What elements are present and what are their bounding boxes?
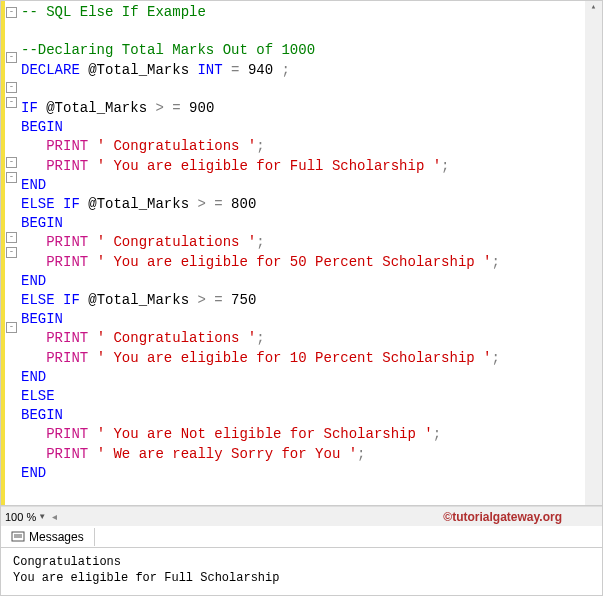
keyword: DECLARE [21,62,80,78]
string: ' Congratulations ' [97,330,257,346]
keyword: BEGIN [21,311,63,327]
function: PRINT [46,446,88,462]
tab-label: Messages [29,530,84,544]
punct: ; [256,138,264,154]
keyword: BEGIN [21,119,63,135]
comment-line: -- SQL Else If Example [21,4,206,20]
operator: > = [197,196,222,212]
code-editor[interactable]: ▴ - - - - - - - - - - - - - - - - - - - … [1,1,602,506]
punct: ; [357,446,365,462]
fold-gutter[interactable]: - - - - - - - - - - - - - - - - - - - - … [5,1,19,505]
output-line: You are eligible for Full Scholarship [13,570,590,586]
punct: ; [256,234,264,250]
keyword: BEGIN [21,407,63,423]
punct: ; [441,158,449,174]
punct: ; [256,330,264,346]
string: ' You are Not eligible for Scholarship ' [97,426,433,442]
punct: ; [492,350,500,366]
zoom-dropdown[interactable]: 100 % ▼ [5,511,46,523]
code-content[interactable]: -- SQL Else If Example --Declaring Total… [19,1,500,505]
nav-left-icon[interactable]: ◂ [52,511,57,522]
punct: ; [492,254,500,270]
function: PRINT [46,158,88,174]
string: ' Congratulations ' [97,234,257,250]
messages-output[interactable]: Congratulations You are eligible for Ful… [1,548,602,592]
output-line: Congratulations [13,554,590,570]
variable: @Total_Marks [88,292,189,308]
string: ' We are really Sorry for You ' [97,446,357,462]
keyword: ELSE [21,388,55,404]
number: 900 [189,100,214,116]
number: 800 [231,196,256,212]
chevron-down-icon: ▼ [38,512,46,521]
keyword: ELSE [21,292,55,308]
fold-toggle[interactable]: - [6,157,17,168]
string: ' You are eligible for Full Scholarship … [97,158,441,174]
keyword: END [21,273,46,289]
variable: @Total_Marks [88,196,189,212]
fold-toggle[interactable]: - [6,52,17,63]
messages-icon [11,530,25,544]
function: PRINT [46,138,88,154]
results-tabs: Messages [1,526,602,548]
variable: @Total_Marks [88,62,189,78]
vertical-scrollbar[interactable]: ▴ [585,1,602,505]
function: PRINT [46,426,88,442]
variable: @Total_Marks [46,100,147,116]
number: 940 [248,62,273,78]
punct: ; [433,426,441,442]
keyword: IF [63,196,80,212]
messages-panel: Messages Congratulations You are eligibl… [1,526,602,596]
operator: > = [197,292,222,308]
string: ' You are eligible for 10 Percent Schola… [97,350,492,366]
function: PRINT [46,330,88,346]
string: ' Congratulations ' [97,138,257,154]
fold-toggle[interactable]: - [6,247,17,258]
zoom-level: 100 % [5,511,36,523]
tab-messages[interactable]: Messages [1,528,95,546]
keyword: IF [63,292,80,308]
watermark-text: ©tutorialgateway.org [443,510,562,524]
keyword: BEGIN [21,215,63,231]
fold-toggle[interactable]: - [6,7,17,18]
fold-toggle[interactable]: - [6,172,17,183]
keyword: IF [21,100,38,116]
keyword: END [21,369,46,385]
fold-toggle[interactable]: - [6,97,17,108]
function: PRINT [46,234,88,250]
number: 750 [231,292,256,308]
string: ' You are eligible for 50 Percent Schola… [97,254,492,270]
function: PRINT [46,254,88,270]
keyword: ELSE [21,196,55,212]
comment-line: --Declaring Total Marks Out of 1000 [21,42,315,58]
type: INT [197,62,222,78]
zoom-bar: 100 % ▼ ◂ ©tutorialgateway.org [1,506,602,526]
operator: = [231,62,239,78]
fold-toggle[interactable]: - [6,322,17,333]
keyword: END [21,465,46,481]
fold-toggle[interactable]: - [6,82,17,93]
operator: > = [155,100,180,116]
function: PRINT [46,350,88,366]
keyword: END [21,177,46,193]
fold-toggle[interactable]: - [6,232,17,243]
scroll-up-button[interactable]: ▴ [587,1,600,14]
punct: ; [282,62,290,78]
